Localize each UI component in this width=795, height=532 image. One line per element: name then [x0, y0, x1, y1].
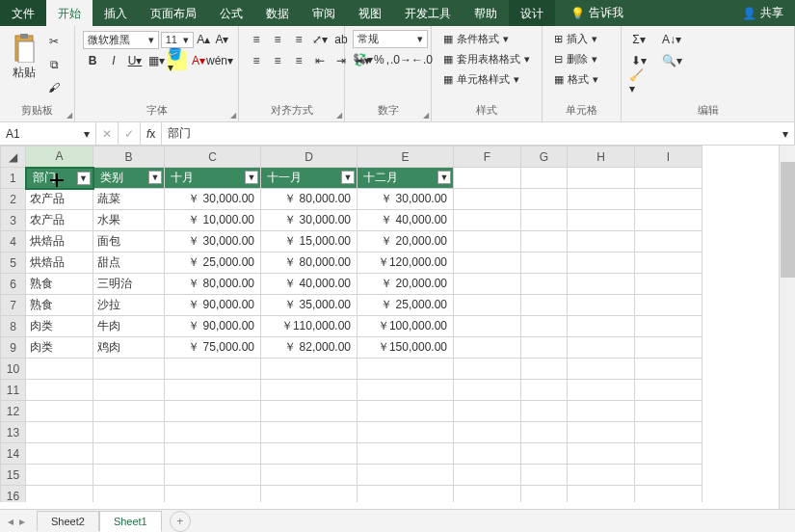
cell-I8[interactable] — [635, 316, 702, 337]
cell-F4[interactable] — [454, 231, 521, 253]
cell-E11[interactable] — [358, 380, 454, 401]
cell-H6[interactable] — [568, 274, 635, 295]
next-sheet-icon[interactable]: ▸ — [19, 515, 25, 528]
cell-G2[interactable] — [521, 189, 568, 210]
cell-F2[interactable] — [454, 189, 521, 210]
row-header-7[interactable]: 7 — [1, 295, 26, 316]
increase-decimal-button[interactable]: .0→ — [391, 50, 411, 69]
cell-D1[interactable]: 十一月▼ — [261, 168, 358, 189]
cell-I9[interactable] — [635, 337, 702, 359]
row-header-9[interactable]: 9 — [1, 337, 26, 359]
cell-B9[interactable]: 鸡肉 — [93, 337, 165, 359]
cell-F1[interactable] — [454, 168, 521, 189]
sheet-nav[interactable]: ◂▸ — [8, 515, 37, 528]
cell-E3[interactable]: ￥ 40,000.00 — [358, 210, 454, 231]
orientation-button[interactable]: ⤢▾ — [310, 30, 330, 49]
cell-D6[interactable]: ￥ 40,000.00 — [261, 274, 358, 295]
cell-H15[interactable] — [568, 465, 635, 486]
cell-G1[interactable] — [521, 168, 568, 189]
cell-B10[interactable] — [93, 359, 165, 380]
cell-F15[interactable] — [454, 465, 521, 486]
cell-I7[interactable] — [635, 295, 702, 316]
cell-I3[interactable] — [635, 210, 702, 231]
sort-filter-button[interactable]: A↓▾ — [658, 30, 685, 49]
cell-G12[interactable] — [521, 401, 568, 422]
enter-formula-button[interactable]: ✓ — [119, 122, 141, 145]
align-left-button[interactable]: ≡ — [247, 51, 266, 70]
cell-G5[interactable] — [521, 253, 568, 274]
cell-F11[interactable] — [454, 380, 521, 401]
cell-I10[interactable] — [635, 359, 702, 380]
cell-H2[interactable] — [568, 189, 635, 210]
cell-C4[interactable]: ￥ 30,000.00 — [165, 231, 261, 253]
copy-button[interactable]: ⧉ — [44, 55, 64, 74]
row-header-8[interactable]: 8 — [1, 316, 26, 337]
filter-dropdown-icon[interactable]: ▼ — [77, 172, 91, 185]
cell-C6[interactable]: ￥ 80,000.00 — [165, 274, 261, 295]
cell-H8[interactable] — [568, 316, 635, 337]
cell-B3[interactable]: 水果 — [93, 210, 165, 231]
font-name-select[interactable]: 微软雅黑▾ — [83, 31, 159, 49]
dialog-launcher-icon[interactable]: ◢ — [66, 111, 72, 120]
tab-home[interactable]: 开始 — [46, 0, 93, 26]
cell-B2[interactable]: 蔬菜 — [93, 189, 165, 210]
cut-button[interactable]: ✂ — [44, 32, 64, 51]
cell-A8[interactable]: 肉类 — [26, 316, 93, 337]
cell-D11[interactable] — [261, 380, 358, 401]
cell-D2[interactable]: ￥ 80,000.00 — [261, 189, 358, 210]
cell-D4[interactable]: ￥ 15,000.00 — [261, 231, 358, 253]
find-select-button[interactable]: 🔍▾ — [658, 51, 685, 70]
increase-font-button[interactable]: A▴ — [196, 30, 212, 49]
cell-H5[interactable] — [568, 253, 635, 274]
tab-insert[interactable]: 插入 — [93, 0, 139, 26]
cell-A6[interactable]: 熟食 — [26, 274, 93, 295]
cell-E5[interactable]: ￥120,000.00 — [358, 253, 454, 274]
col-header-I[interactable]: I — [635, 146, 702, 168]
cell-C12[interactable] — [165, 401, 261, 422]
col-header-A[interactable]: A — [26, 146, 93, 168]
border-button[interactable]: ▦▾ — [146, 51, 166, 70]
row-header-13[interactable]: 13 — [1, 422, 26, 443]
cell-G3[interactable] — [521, 210, 568, 231]
cell-B5[interactable]: 甜点 — [93, 253, 165, 274]
cell-D12[interactable] — [261, 401, 358, 422]
cell-D13[interactable] — [261, 422, 358, 443]
cell-G6[interactable] — [521, 274, 568, 295]
cell-I1[interactable] — [635, 168, 702, 189]
cell-C3[interactable]: ￥ 10,000.00 — [165, 210, 261, 231]
cell-styles-button[interactable]: ▦单元格样式▾ — [439, 70, 534, 89]
cell-D10[interactable] — [261, 359, 358, 380]
row-header-12[interactable]: 12 — [1, 401, 26, 422]
cell-A2[interactable]: 农产品 — [26, 189, 93, 210]
cell-D16[interactable] — [261, 486, 358, 503]
number-format-select[interactable]: 常规▾ — [353, 30, 428, 48]
row-header-15[interactable]: 15 — [1, 465, 26, 486]
cell-I2[interactable] — [635, 189, 702, 210]
cell-E12[interactable] — [358, 401, 454, 422]
row-header-4[interactable]: 4 — [1, 231, 26, 253]
cell-F5[interactable] — [454, 253, 521, 274]
col-header-F[interactable]: F — [454, 146, 521, 168]
cell-E7[interactable]: ￥ 25,000.00 — [358, 295, 454, 316]
phonetic-button[interactable]: wén▾ — [210, 51, 229, 70]
dialog-launcher-icon[interactable]: ◢ — [423, 111, 429, 120]
sheet-tab-sheet2[interactable]: Sheet2 — [37, 511, 99, 531]
cell-E6[interactable]: ￥ 20,000.00 — [358, 274, 454, 295]
cell-H4[interactable] — [568, 231, 635, 253]
tab-view[interactable]: 视图 — [347, 0, 393, 26]
dialog-launcher-icon[interactable]: ◢ — [230, 111, 236, 120]
cell-B11[interactable] — [93, 380, 165, 401]
cell-F13[interactable] — [454, 422, 521, 443]
cell-I4[interactable] — [635, 231, 702, 253]
row-header-6[interactable]: 6 — [1, 274, 26, 295]
cell-C7[interactable]: ￥ 90,000.00 — [165, 295, 261, 316]
cell-G7[interactable] — [521, 295, 568, 316]
cell-B15[interactable] — [93, 465, 165, 486]
insert-cells-button[interactable]: ⊞插入▾ — [550, 30, 602, 48]
cell-H9[interactable] — [568, 337, 635, 359]
cell-G15[interactable] — [521, 465, 568, 486]
cell-D7[interactable]: ￥ 35,000.00 — [261, 295, 358, 316]
col-header-H[interactable]: H — [568, 146, 635, 168]
row-header-5[interactable]: 5 — [1, 253, 26, 274]
cell-E1[interactable]: 十二月▼ — [358, 168, 454, 189]
